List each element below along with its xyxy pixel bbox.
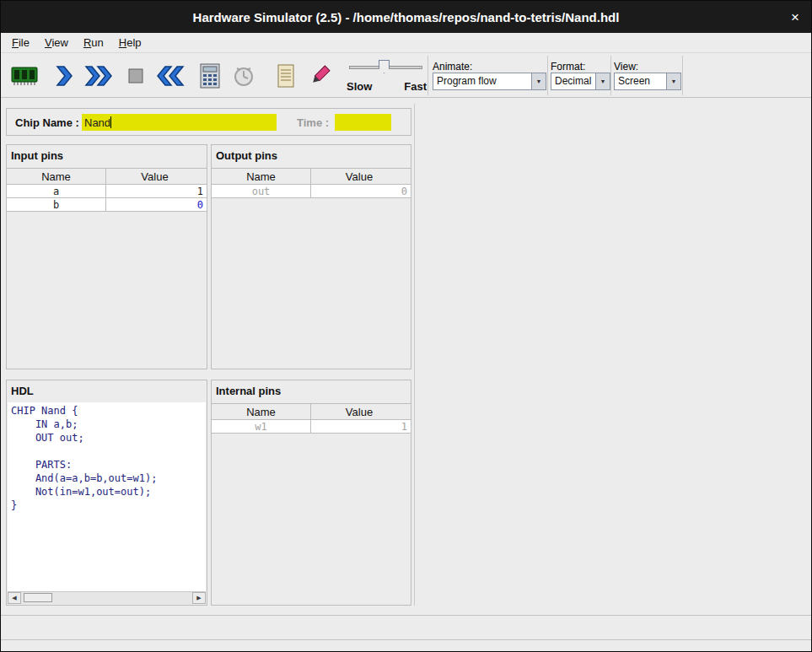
- fast-forward-icon: [83, 64, 115, 88]
- single-step-icon: [52, 64, 76, 88]
- fast-label: Fast: [404, 80, 427, 93]
- pin-name: w1: [212, 420, 311, 433]
- memory-chip-icon: [11, 65, 38, 87]
- calculator-icon: [199, 63, 221, 89]
- time-label: Time :: [297, 116, 329, 128]
- hdl-code-view: CHIP Nand { IN a,b; OUT out; PARTS: And(…: [8, 402, 206, 591]
- script-icon: [276, 63, 296, 89]
- pin-row-a: a 1: [7, 185, 207, 198]
- speed-slider: Slow Fast: [345, 57, 427, 95]
- table-header: Name Value: [212, 168, 411, 185]
- window-title: Hardware Simulator (2.5) - /home/thomas/…: [193, 10, 620, 24]
- toolbar-separator: [682, 56, 683, 95]
- input-pins-table: Name Value a 1 b 0: [7, 168, 207, 212]
- speed-slider-thumb[interactable]: [379, 60, 390, 73]
- toolbar-separator: [610, 56, 611, 95]
- internal-pins-table: Name Value w1 1: [212, 403, 411, 434]
- view-label: View:: [614, 61, 638, 73]
- text-caret: [110, 116, 111, 128]
- view-select[interactable]: Screen ▼: [614, 73, 681, 90]
- menu-help[interactable]: Help: [111, 35, 149, 51]
- hdl-code: CHIP Nand { IN a,b; OUT out; PARTS: And(…: [8, 402, 206, 514]
- pin-name: out: [212, 185, 311, 197]
- pin-name: a: [7, 185, 106, 197]
- pin-value: 1: [311, 420, 411, 433]
- chip-name-value: Nand: [84, 116, 110, 129]
- scroll-right-button[interactable]: ▶: [192, 592, 206, 604]
- view-value: Screen: [615, 73, 666, 89]
- stop-button[interactable]: [119, 59, 153, 93]
- run-button[interactable]: [82, 59, 116, 93]
- script-button[interactable]: [269, 59, 303, 93]
- stop-icon: [126, 66, 146, 86]
- output-pins-table: Name Value out 0: [212, 168, 411, 198]
- column-header-value: Value: [311, 169, 411, 184]
- menu-run[interactable]: Run: [76, 35, 111, 51]
- clock-button[interactable]: [227, 59, 261, 93]
- message-bar: [1, 639, 811, 652]
- internal-pins-panel: Internal pins Name Value w1 1: [211, 380, 411, 606]
- pin-row-out: out 0: [212, 185, 411, 198]
- pin-value[interactable]: 1: [106, 185, 207, 197]
- load-chip-button[interactable]: [8, 59, 41, 93]
- format-select[interactable]: Decimal ▼: [551, 73, 610, 90]
- chip-name-input[interactable]: Nand: [82, 114, 277, 131]
- format-value: Decimal: [551, 73, 595, 89]
- time-input[interactable]: [335, 114, 391, 131]
- hardware-simulator-window: Hardware Simulator (2.5) - /home/thomas/…: [0, 0, 812, 652]
- scrollbar-track[interactable]: [21, 592, 192, 604]
- scrollbar-thumb[interactable]: [24, 593, 52, 602]
- menu-bar: File View Run Help: [1, 33, 811, 52]
- toolbar-separator: [547, 56, 548, 95]
- column-header-name: Name: [212, 169, 311, 184]
- breakpoints-button[interactable]: [303, 59, 336, 93]
- clock-icon: [232, 63, 255, 89]
- hdl-horizontal-scrollbar: ◀ ▶: [8, 591, 206, 604]
- input-pins-title: Input pins: [11, 149, 63, 162]
- format-label: Format:: [551, 61, 585, 73]
- chip-name-bar: Chip Name : Nand Time :: [6, 108, 411, 136]
- animate-label: Animate:: [433, 61, 472, 73]
- pin-row-w1: w1 1: [212, 420, 411, 434]
- slow-label: Slow: [347, 80, 372, 93]
- calculator-button[interactable]: [193, 59, 227, 93]
- reset-button[interactable]: [153, 59, 187, 93]
- menu-file[interactable]: File: [4, 35, 37, 51]
- hdl-panel: HDL CHIP Nand { IN a,b; OUT out; PARTS: …: [6, 380, 207, 606]
- chevron-down-icon[interactable]: ▼: [666, 73, 680, 89]
- close-button[interactable]: ×: [791, 10, 799, 24]
- pin-value[interactable]: 0: [106, 198, 207, 211]
- status-bar: [1, 615, 811, 639]
- table-header: Name Value: [212, 403, 411, 420]
- input-pins-panel: Input pins Name Value a 1 b 0: [6, 144, 207, 369]
- chevron-down-icon[interactable]: ▼: [531, 73, 546, 89]
- pin-name: b: [7, 198, 106, 211]
- chip-name-label: Chip Name :: [15, 116, 79, 128]
- output-pins-title: Output pins: [216, 149, 277, 162]
- column-header-name: Name: [7, 169, 106, 184]
- hdl-title: HDL: [11, 385, 34, 397]
- toolbar-separator: [428, 56, 428, 95]
- chip-display-area: [414, 104, 807, 606]
- column-header-name: Name: [212, 404, 311, 419]
- internal-pins-title: Internal pins: [216, 385, 281, 397]
- column-header-value: Value: [106, 169, 207, 184]
- menu-view[interactable]: View: [37, 35, 76, 51]
- scroll-left-button[interactable]: ◀: [8, 592, 21, 604]
- pin-value: 0: [311, 185, 411, 197]
- pin-row-b: b 0: [7, 198, 207, 212]
- animate-value: Program flow: [433, 73, 531, 89]
- chevron-down-icon[interactable]: ▼: [595, 73, 610, 89]
- rewind-icon: [154, 64, 186, 88]
- titlebar: Hardware Simulator (2.5) - /home/thomas/…: [1, 1, 811, 33]
- output-pins-panel: Output pins Name Value out 0: [211, 144, 411, 369]
- animate-select[interactable]: Program flow ▼: [433, 73, 546, 90]
- table-header: Name Value: [7, 168, 207, 185]
- single-step-button[interactable]: [47, 59, 81, 93]
- toolbar: Slow Fast Animate: Program flow ▼ Format…: [1, 52, 811, 98]
- column-header-value: Value: [311, 404, 411, 419]
- eraser-icon: [308, 64, 331, 88]
